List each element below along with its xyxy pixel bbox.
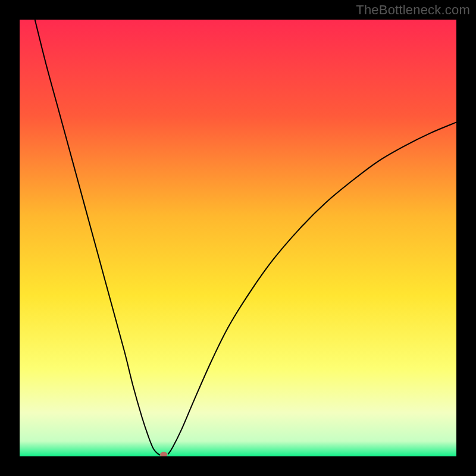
attribution-text: TheBottleneck.com: [356, 2, 470, 18]
gradient-rect: [20, 20, 456, 456]
plot-area: [20, 20, 456, 456]
bottleneck-chart: [20, 20, 456, 456]
page-root: TheBottleneck.com: [0, 0, 476, 476]
